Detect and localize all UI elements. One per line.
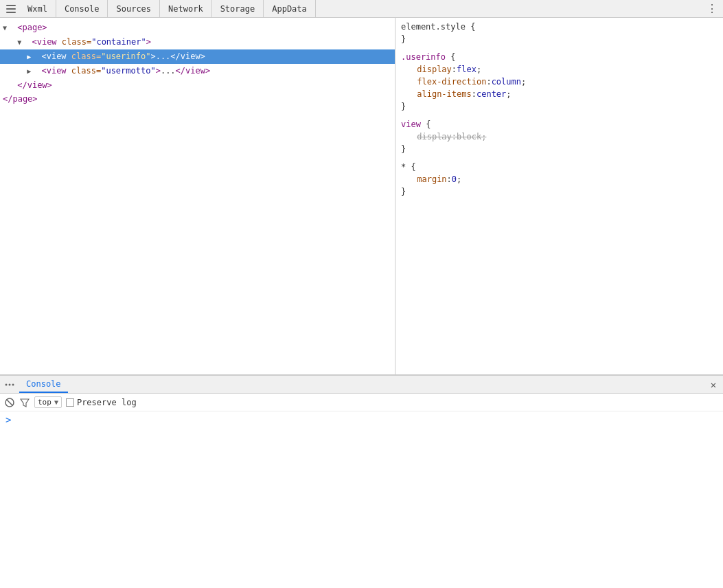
tag-view-close-bracket: > — [146, 37, 151, 47]
xml-line-container[interactable]: ▼ <view class="container"> — [0, 35, 395, 49]
css-prop-margin: margin — [417, 174, 446, 184]
css-element-style-close: } — [401, 33, 718, 45]
triangle-userinfo[interactable]: ▶ — [27, 51, 36, 63]
svg-rect-2 — [6, 12, 16, 13]
css-userinfo-display: display:flex; — [401, 63, 718, 76]
console-prompt[interactable]: > — [5, 414, 718, 425]
attr-class-container: class= — [62, 37, 91, 47]
css-userinfo-selector-text: .userinfo — [401, 52, 446, 62]
css-brace-close-1: } — [401, 34, 406, 44]
css-prop-flex-direction: flex-direction — [417, 77, 486, 87]
css-userinfo-open-brace: { — [446, 52, 455, 62]
xml-line-usermotto[interactable]: ▶ <view class="usermotto">...</view> — [0, 64, 395, 78]
usermotto-ellipsis: ... — [161, 66, 176, 76]
more-button[interactable]: ⋮ — [704, 1, 720, 17]
tag-page-close: </page> — [3, 94, 38, 104]
preserve-log-label: Preserve log — [77, 398, 137, 407]
attr-class-userinfo: class= — [71, 52, 101, 61]
xml-line-userinfo[interactable]: ▶ <view class="userinfo">...</view> — [0, 49, 395, 64]
css-userinfo-selector: .userinfo { — [401, 51, 718, 63]
main-content: ▼ <page> ▼ <view class="container"> ▶ <v… — [0, 18, 723, 375]
tab-wxml[interactable]: Wxml — [19, 0, 56, 18]
css-val-flex: flex — [457, 65, 477, 74]
devtools-icon[interactable] — [3, 1, 19, 17]
css-prop-display-block: display:block; — [417, 132, 486, 142]
css-panel: element.style { } .userinfo { display:fl… — [395, 18, 723, 374]
svg-point-5 — [12, 383, 14, 385]
attr-class-usermotto: class= — [71, 66, 101, 76]
tag-usermotto-open: <view — [41, 66, 66, 76]
xml-panel: ▼ <page> ▼ <view class="container"> ▶ <v… — [0, 18, 395, 374]
prompt-arrow: > — [5, 414, 11, 425]
attr-value-userinfo: "userinfo" — [101, 52, 150, 61]
css-star-selector-text: * { — [401, 162, 416, 172]
css-star-margin: margin:0; — [401, 173, 718, 185]
context-arrow: ▼ — [54, 398, 58, 406]
tab-storage[interactable]: Storage — [212, 0, 264, 18]
css-prop-display: display — [417, 65, 452, 74]
console-content[interactable]: > — [0, 411, 723, 588]
css-view-close: } — [401, 143, 718, 155]
tab-console-bottom[interactable]: Console — [19, 376, 68, 393]
tab-network[interactable]: Network — [160, 0, 212, 18]
userinfo-ellipsis: ... — [156, 52, 171, 61]
preserve-log-area: Preserve log — [66, 398, 137, 407]
css-val-margin-0: 0 — [452, 174, 457, 184]
css-star-selector: * { — [401, 161, 718, 173]
xml-line-page[interactable]: ▼ <page> — [0, 21, 395, 35]
css-star-close: } — [401, 185, 718, 198]
attr-value-usermotto: "usermotto" — [101, 66, 155, 76]
context-selector[interactable]: top ▼ — [34, 396, 62, 408]
tab-sources[interactable]: Sources — [108, 0, 160, 18]
svg-marker-8 — [21, 399, 29, 407]
css-brace-close-2: } — [401, 102, 406, 111]
svg-line-7 — [7, 399, 13, 405]
tag-userinfo-end: </view> — [170, 52, 205, 61]
triangle-page[interactable]: ▼ — [3, 22, 12, 34]
css-userinfo-close: } — [401, 100, 718, 113]
tag-usermotto-end: </view> — [176, 66, 211, 76]
css-val-column: column — [492, 77, 521, 87]
tag-usermotto-bracket: > — [156, 66, 161, 76]
css-view-selector-text: view — [401, 120, 421, 129]
css-brace-close-3: } — [401, 144, 406, 154]
css-prop-align-items: align-items — [417, 89, 471, 99]
css-userinfo-align-items: align-items:center; — [401, 88, 718, 100]
xml-line-view-close[interactable]: </view> — [0, 78, 395, 92]
xml-line-page-close[interactable]: </page> — [0, 92, 395, 106]
triangle-container[interactable]: ▼ — [17, 36, 27, 49]
tab-bar: Wxml Console Sources Network Storage App… — [0, 0, 723, 18]
preserve-log-checkbox[interactable] — [66, 398, 74, 407]
css-val-center: center — [477, 89, 506, 99]
tab-console[interactable]: Console — [56, 0, 108, 18]
triangle-usermotto[interactable]: ▶ — [27, 65, 36, 78]
css-view-selector: view { — [401, 118, 718, 131]
clear-console-button[interactable] — [4, 397, 15, 408]
tag-userinfo-bracket: > — [150, 52, 155, 61]
tab-appdata[interactable]: AppData — [264, 0, 316, 18]
svg-rect-0 — [6, 5, 16, 6]
css-element-style-text: element.style { — [401, 22, 475, 32]
console-close-button[interactable]: ✕ — [707, 378, 720, 392]
context-label: top — [38, 398, 51, 407]
console-section: Console ✕ top ▼ Preserve log > — [0, 375, 723, 588]
svg-point-3 — [5, 383, 8, 385]
css-view-display: display:block; — [401, 131, 718, 143]
css-userinfo-flex-direction: flex-direction:column; — [401, 76, 718, 88]
css-brace-close-4: } — [401, 187, 406, 196]
tag-view-close: </view> — [17, 80, 52, 90]
attr-value-container: "container" — [91, 37, 146, 47]
tag-view-open: <view — [32, 37, 56, 47]
css-element-style-selector: element.style { — [401, 21, 718, 33]
tag-userinfo-open: <view — [41, 52, 66, 61]
console-tab-bar: Console ✕ — [0, 376, 723, 394]
filter-button[interactable] — [19, 397, 30, 408]
svg-point-4 — [9, 383, 11, 385]
console-toolbar: top ▼ Preserve log — [0, 394, 723, 411]
console-dots-button[interactable] — [3, 378, 16, 392]
tag-page-open: <page> — [17, 23, 47, 32]
tab-bar-end: ⋮ — [704, 1, 723, 17]
svg-rect-1 — [6, 8, 16, 10]
